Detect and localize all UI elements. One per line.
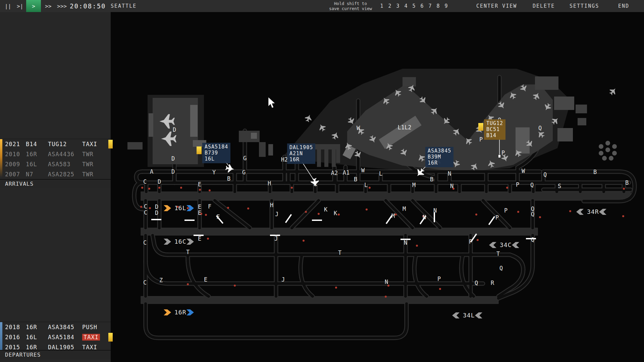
stopbar-light — [477, 239, 479, 241]
chevron-icon — [512, 242, 519, 248]
end-button[interactable]: END — [618, 0, 629, 12]
airport-diagram: 16L16C16R34R34C34L ADYGBA2A1WLNWQBCDEHKB… — [111, 12, 644, 362]
sim-clock: 20:08:50 — [70, 0, 106, 12]
view-slot-8[interactable]: 8 — [436, 3, 440, 9]
departure-spot: 16R — [26, 324, 48, 330]
departure-strip-row[interactable]: 201816RASA3845PUSH — [0, 322, 111, 332]
runway-16R-34L — [141, 296, 498, 304]
datablock-type: B739 — [205, 150, 228, 156]
departure-callsign: ASA3845 — [48, 324, 82, 330]
arrival-time: 2021 — [5, 141, 26, 147]
view-slot-3[interactable]: 3 — [396, 3, 399, 9]
stopbar-light — [234, 285, 236, 287]
play-button[interactable]: > — [26, 0, 41, 12]
taxiway-label-J: J — [281, 276, 285, 283]
view-slot-7[interactable]: 7 — [428, 3, 432, 9]
stopbar-light — [305, 211, 307, 213]
view-slot-6[interactable]: 6 — [420, 3, 424, 9]
attention-marker — [108, 140, 113, 148]
taxiway-label-D: D — [171, 168, 175, 175]
parked-aircraft-icon — [608, 86, 618, 96]
arrival-strip-row[interactable]: 200916LASA583TWR — [0, 159, 111, 169]
pause-button[interactable]: || — [5, 0, 11, 12]
fast-forward-button[interactable]: >> — [45, 0, 51, 12]
taxiway-label-L: L — [364, 182, 368, 188]
taxiway-label-B: B — [593, 169, 597, 175]
datablock-DAL1905[interactable]: DAL1905A21N16R — [287, 143, 315, 164]
datablock-callsign: ASA5184 — [205, 144, 228, 150]
taxiway-label-W: W — [522, 168, 525, 174]
chevron-icon — [576, 209, 584, 215]
departure-strip-row[interactable]: 201616LASA5184TAXI — [0, 332, 111, 342]
settings-button[interactable]: SETTINGS — [570, 0, 599, 12]
view-slot-2[interactable]: 2 — [388, 3, 391, 9]
holding-bars — [151, 212, 536, 242]
step-button[interactable]: >| — [17, 0, 23, 12]
runway-marker-16L: 16L — [164, 204, 194, 212]
stopbar-light — [622, 215, 624, 217]
departures-strip-list: 201816RASA3845PUSH201616LASA5184TAXI2015… — [0, 322, 111, 352]
tug-icon[interactable] — [498, 155, 500, 158]
taxiway-label-D: D — [171, 155, 175, 162]
departure-callsign: ASA5184 — [48, 334, 82, 341]
chevron-icon — [186, 239, 194, 245]
stopbar-light — [385, 296, 387, 298]
delete-button[interactable]: DELETE — [533, 0, 555, 12]
stopbar-light — [141, 187, 143, 189]
taxiway-label-W: W — [357, 125, 360, 131]
runway-marker-label: 34R — [587, 208, 599, 215]
view-slot-9[interactable]: 9 — [444, 3, 448, 9]
departure-status: PUSH — [82, 324, 111, 330]
center-view-button[interactable]: CENTER VIEW — [476, 0, 517, 12]
view-slot-1[interactable]: 1 — [380, 3, 383, 9]
taxiway-label-F: F — [216, 214, 220, 220]
stopbar-light — [335, 287, 337, 289]
datablock-TUG12[interactable]: TUG12BC51B14 — [484, 119, 505, 140]
arrival-callsign: ASA4436 — [48, 151, 82, 158]
stopbar-light — [517, 211, 519, 213]
runway-marker-34R: 34R — [576, 208, 606, 215]
arrival-strip-row[interactable]: 2007N7ASA2825TWR — [0, 169, 111, 179]
holding-bar — [312, 220, 322, 221]
taxiway-label-P: P — [504, 207, 507, 214]
datablock-assignment: 16R — [428, 160, 451, 166]
runway-marker-label: 16R — [174, 309, 186, 316]
strip-sidebar: 2021B14TUG12TAXI201016RASA4436TWR200916L… — [0, 12, 111, 362]
taxiway-label-B: B — [430, 176, 433, 183]
arrival-callsign: TUG12 — [48, 141, 82, 147]
fastest-forward-button[interactable]: >>> — [57, 0, 67, 12]
datablock-ASA5184[interactable]: ASA5184B73916L — [202, 143, 230, 163]
taxiway-label-N: N — [448, 170, 451, 177]
taxiway-segment — [413, 200, 440, 228]
taxiway-segment — [146, 261, 483, 284]
taxiway-label-A2: A2 — [331, 170, 338, 176]
arrival-strip-row[interactable]: 201016RASA4436TWR — [0, 149, 111, 159]
taxiway-label-Q: Q — [543, 171, 547, 178]
view-slot-5[interactable]: 5 — [412, 3, 416, 9]
arrival-strip-row[interactable]: 2021B14TUG12TAXI — [0, 139, 111, 149]
runways — [141, 192, 631, 304]
taxiway-label-G: G — [242, 169, 246, 176]
taxiway-label-Q: Q — [499, 265, 503, 272]
departure-time: 2015 — [5, 344, 26, 351]
attention-marker — [108, 333, 113, 342]
view-slot-4[interactable]: 4 — [404, 3, 408, 9]
taxiway-label-Q: Q — [475, 280, 478, 286]
taxiway-label-N: N — [450, 183, 453, 189]
taxiway-label-N: N — [404, 239, 407, 246]
arrival-status: TWR — [82, 151, 111, 158]
taxiway-label-D: D — [155, 203, 158, 210]
airport-ground-map[interactable]: 16L16C16R34R34C34L ADYGBA2A1WLNWQBCDEHKB… — [111, 12, 644, 362]
datablock-ASA3845[interactable]: ASA3845B39M16R — [425, 147, 453, 167]
chevron-icon — [164, 205, 171, 211]
stopbar-light — [158, 187, 160, 189]
taxiway-label-P: P — [479, 136, 483, 143]
arrival-time: 2007 — [5, 171, 26, 178]
stopbar-light — [303, 240, 305, 242]
stopbar-light — [416, 245, 418, 247]
stopbar-light — [187, 207, 189, 209]
stopbar-light — [395, 214, 397, 216]
arrival-spot: 16L — [26, 161, 48, 168]
taxiway-label-L1L2: L1L2 — [398, 124, 412, 131]
holding-bar — [488, 216, 495, 225]
